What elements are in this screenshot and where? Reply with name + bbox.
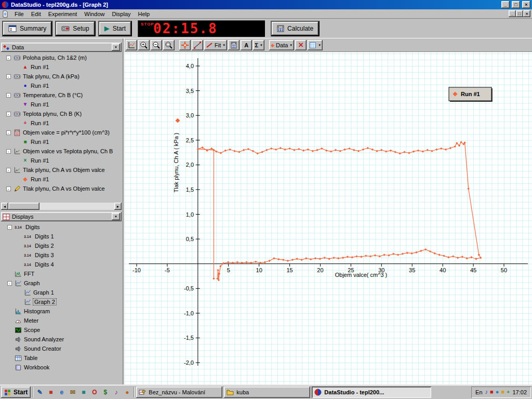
expand-toggle[interactable]: - (6, 93, 11, 98)
task-button[interactable]: DataStudio - tepl200... (312, 387, 431, 398)
data-source-item[interactable]: -Tlak plynu, Ch A (kPa) (1, 72, 122, 81)
displays-panel-menu-button[interactable]: ▼ (112, 213, 120, 220)
expand-toggle[interactable]: - (6, 74, 11, 79)
display-item-digits-1[interactable]: 3.14Digits 1 (1, 232, 122, 241)
tray-green-icon[interactable]: + (507, 389, 510, 395)
data-panel-header[interactable]: Data ▼ (1, 43, 122, 52)
smart-tool-button[interactable] (179, 40, 191, 50)
display-item-fft[interactable]: FFT (1, 269, 122, 278)
scrollbar-thumb[interactable] (8, 203, 39, 210)
display-item-digits-2[interactable]: 3.14Digits 2 (1, 241, 122, 250)
expand-toggle[interactable]: - (7, 281, 12, 286)
display-item-graph[interactable]: -Graph (1, 278, 122, 288)
expand-toggle[interactable]: - (6, 168, 11, 172)
annotate-button[interactable]: A (241, 40, 252, 50)
menu-item-window[interactable]: Window (81, 10, 108, 18)
data-source-item[interactable]: -Temperature, Ch B (°C) (1, 90, 122, 100)
display-item-digits-3[interactable]: 3.14Digits 3 (1, 250, 122, 260)
data-source-item[interactable]: -Objem valce vs Teplota plynu, Ch B (1, 147, 122, 156)
scale-to-fit-button[interactable] (126, 40, 137, 50)
tray-yellow-icon[interactable]: ■ (501, 389, 504, 395)
ie-icon[interactable]: e (57, 387, 66, 397)
start-button[interactable]: ▶ Start (98, 21, 132, 36)
keyboard-layout-indicator[interactable]: En (475, 389, 482, 395)
setup-button[interactable]: Setup (55, 21, 95, 36)
mail-icon[interactable]: ✉ (68, 387, 77, 397)
task-button[interactable]: Bez_názvu - Malování (136, 387, 222, 398)
clock[interactable]: 17:02 (512, 389, 527, 395)
o-app-icon[interactable]: O (89, 387, 99, 397)
task-button[interactable]: kuba (224, 387, 310, 398)
media-icon[interactable]: ♪ (111, 387, 121, 397)
scroll-left-button[interactable]: ◄ (1, 203, 8, 210)
y-axis-label[interactable]: Tlak plynu, Ch A ( kPa ) (173, 133, 179, 193)
pen-icon[interactable]: ✎ (35, 387, 45, 397)
summary-button[interactable]: Summary (2, 21, 52, 36)
calculate-button[interactable]: Calculate (271, 21, 320, 36)
expand-toggle[interactable]: - (6, 187, 11, 191)
data-menu-button[interactable]: ◆ Data ▼ (269, 40, 294, 50)
run-item[interactable]: +Run #1 (1, 118, 122, 128)
maximize-button[interactable]: □ (512, 1, 520, 8)
expand-toggle[interactable]: - (6, 130, 11, 135)
display-item-table[interactable]: Table (1, 353, 122, 363)
run-item[interactable]: ■Run #1 (1, 137, 122, 147)
child-restore-button[interactable]: □ (516, 10, 523, 17)
data-panel-menu-button[interactable]: ▼ (112, 44, 120, 51)
menu-item-file[interactable]: File (11, 10, 28, 18)
display-item-histogram[interactable]: Histogram (1, 307, 122, 316)
tray-blue-icon[interactable]: ● (496, 389, 499, 395)
remove-button[interactable]: ✕ (295, 40, 307, 50)
minimize-button[interactable]: _ (501, 1, 510, 8)
fit-menu-button[interactable]: Fit ▼ (204, 40, 227, 50)
data-source-item[interactable]: -Teplota plynu, Ch B (K) (1, 109, 122, 118)
expand-toggle[interactable]: - (6, 149, 11, 154)
zoom-select-button[interactable] (163, 40, 175, 50)
menu-item-edit[interactable]: Edit (28, 10, 45, 18)
display-item-meter[interactable]: Meter (1, 316, 122, 325)
display-item-digits[interactable]: -3.14Digits (1, 222, 122, 232)
child-close-button[interactable]: × (523, 10, 530, 17)
menu-item-help[interactable]: Help (135, 10, 154, 18)
child-minimize-button[interactable]: _ (509, 10, 516, 17)
run-item[interactable]: ●Run #1 (1, 81, 122, 90)
slope-tool-button[interactable] (192, 40, 203, 50)
run-item[interactable]: ▲Run #1 (1, 62, 122, 72)
zoom-in-button[interactable] (138, 40, 150, 50)
zoom-out-button[interactable] (151, 40, 162, 50)
expand-toggle[interactable]: - (6, 112, 11, 116)
display-item-digits-4[interactable]: 3.14Digits 4 (1, 260, 122, 269)
data-source-item[interactable]: -Tlak plynu, Ch A vs Objem valce (1, 165, 122, 175)
red-app-icon[interactable]: ■ (46, 387, 56, 397)
graph-canvas[interactable]: -10-551015202530354045504,03,53,02,52,01… (125, 52, 532, 384)
expand-toggle[interactable]: - (7, 225, 12, 230)
display-item-graph-1[interactable]: Graph 1 (1, 288, 122, 297)
tray-red-icon[interactable]: ■ (490, 389, 494, 395)
money-icon[interactable]: $ (100, 387, 110, 397)
data-tree-hscrollbar[interactable]: ◄ ► (1, 203, 122, 210)
display-item-scope[interactable]: Scope (1, 325, 122, 335)
data-source-item[interactable]: -Tlak plynu, Ch A vs Objem valce (1, 184, 122, 193)
close-button[interactable]: × (522, 1, 530, 8)
start-menu-button[interactable]: Start (1, 387, 31, 398)
display-item-sound-creator[interactable]: Sound Creator (1, 344, 122, 353)
scroll-right-button[interactable]: ► (114, 203, 122, 210)
run-item[interactable]: ◆Run #1 (1, 175, 122, 184)
x-axis-label[interactable]: Objem valce( cm^3 ) (335, 272, 388, 278)
menu-item-display[interactable]: Display (108, 10, 134, 18)
desktop-icon[interactable]: ■ (78, 387, 88, 397)
legend[interactable]: Run #1 (449, 87, 493, 102)
data-source-item[interactable]: -Objem valce = pi*r*r*y*100 (cm^3) (1, 128, 122, 137)
scrollbar-track[interactable] (8, 203, 114, 210)
graph-settings-button[interactable]: ▼ (308, 40, 323, 50)
menu-item-experiment[interactable]: Experiment (45, 10, 81, 18)
run-item[interactable]: ×Run #1 (1, 156, 122, 165)
expand-toggle[interactable]: - (6, 56, 11, 60)
data-source-item[interactable]: -Poloha pistu, Ch 1&2 (m) (1, 53, 122, 62)
graph-calculator-button[interactable] (228, 40, 240, 50)
run-item[interactable]: ▼Run #1 (1, 100, 122, 109)
volume-icon[interactable]: ♪ (485, 389, 488, 395)
display-item-workbook[interactable]: Workbook (1, 363, 122, 372)
display-item-sound-analyzer[interactable]: Sound Analyzer (1, 335, 122, 344)
globe-icon[interactable]: ● (122, 387, 132, 397)
